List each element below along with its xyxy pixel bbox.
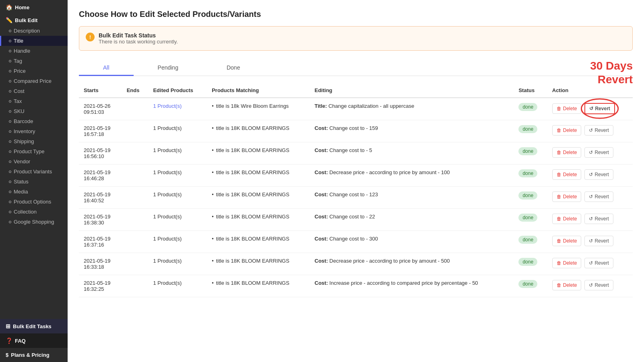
sidebar-item-barcode[interactable]: Barcode <box>0 116 68 126</box>
col-header-starts: Starts <box>79 83 122 98</box>
delete-button[interactable]: 🗑Delete <box>552 214 582 224</box>
cell-status: done <box>514 98 547 120</box>
cell-edited-products: 1 Product(s) <box>148 253 207 275</box>
sidebar-item-title[interactable]: Title <box>0 36 68 46</box>
editing-bold: Cost: <box>315 147 328 153</box>
sidebar-item-product-variants[interactable]: Product Variants <box>0 167 68 177</box>
sidebar-item-compared-price[interactable]: Compared Price <box>0 76 68 86</box>
sidebar-home[interactable]: 🏠 Home <box>0 0 68 13</box>
cell-action: 🗑Delete↺Revert <box>547 253 633 275</box>
table-row: 2021-05-19 16:32:251 Product(s)title is … <box>79 275 633 297</box>
editing-bold: Title: <box>315 103 327 109</box>
cell-editing: Cost: Increase price - according to comp… <box>310 275 514 297</box>
revert-button[interactable]: ↺Revert <box>584 103 615 114</box>
status-banner: ! Bulk Edit Task Status There is no task… <box>79 26 633 51</box>
dot-icon <box>9 211 11 213</box>
delete-button[interactable]: 🗑Delete <box>552 169 582 180</box>
sidebar-item-sku[interactable]: SKU <box>0 106 68 116</box>
dot-icon <box>9 100 11 103</box>
sidebar-item-shipping[interactable]: Shipping <box>0 136 68 146</box>
cell-products-matching: title is 18k Wire Bloom Earrings <box>207 98 310 120</box>
tab-all[interactable]: All <box>79 60 134 76</box>
delete-button[interactable]: 🗑Delete <box>552 280 582 290</box>
revert-button[interactable]: ↺Revert <box>584 280 613 290</box>
cell-products-matching: title is 18K BLOOM EARRINGS <box>207 275 310 297</box>
sidebar-item-price[interactable]: Price <box>0 66 68 76</box>
dot-icon <box>9 30 11 32</box>
matching-bullet: title is 18K BLOOM EARRINGS <box>212 147 305 153</box>
revert-button[interactable]: ↺Revert <box>584 236 613 246</box>
matching-bullet: title is 18K BLOOM EARRINGS <box>212 280 305 286</box>
sidebar-item-cost[interactable]: Cost <box>0 86 68 96</box>
col-header-ends: Ends <box>122 83 149 98</box>
cell-edited-products: 1 Product(s) <box>148 209 207 231</box>
dot-icon <box>9 150 11 153</box>
cell-status: done <box>514 142 547 165</box>
dot-icon <box>9 201 11 203</box>
cell-edited-products[interactable]: 1 Product(s) <box>148 98 207 120</box>
cell-action: 🗑Delete↺Revert <box>547 142 633 165</box>
sidebar-item-status[interactable]: Status <box>0 177 68 187</box>
products-link[interactable]: 1 Product(s) <box>153 103 182 109</box>
cell-products-matching: title is 18K BLOOM EARRINGS <box>207 253 310 275</box>
editing-bold: Cost: <box>315 191 328 197</box>
status-badge: done <box>518 214 537 222</box>
sidebar-item-product-type[interactable]: Product Type <box>0 146 68 156</box>
sidebar-item-inventory[interactable]: Inventory <box>0 126 68 136</box>
matching-bullet: title is 18K BLOOM EARRINGS <box>212 258 305 264</box>
delete-button[interactable]: 🗑Delete <box>552 236 582 246</box>
cell-editing: Cost: Change cost to - 22 <box>310 209 514 231</box>
dot-icon <box>9 110 11 113</box>
editing-rest: Change cost to - 5 <box>329 147 372 153</box>
table-header: StartsEndsEdited ProductsProducts Matchi… <box>79 83 633 98</box>
delete-button[interactable]: 🗑Delete <box>552 125 582 136</box>
cell-ends <box>122 231 149 253</box>
delete-button[interactable]: 🗑Delete <box>552 103 582 114</box>
revert-button[interactable]: ↺Revert <box>584 169 613 180</box>
sidebar-item-collection[interactable]: Collection <box>0 207 68 217</box>
sidebar-item-tax[interactable]: Tax <box>0 96 68 106</box>
sidebar-item-vendor[interactable]: Vendor <box>0 156 68 167</box>
sidebar-item-google-shopping[interactable]: Google Shopping <box>0 217 68 227</box>
tab-done[interactable]: Done <box>202 60 264 76</box>
sidebar-faq[interactable]: ❓ FAQ <box>0 333 68 348</box>
cell-editing: Cost: Change cost to - 5 <box>310 142 514 165</box>
status-banner-title: Bulk Edit Task Status <box>99 32 178 39</box>
dot-icon <box>9 221 11 223</box>
cell-products-matching: title is 18K BLOOM EARRINGS <box>207 165 310 187</box>
table-row: 2021-05-19 16:56:101 Product(s)title is … <box>79 142 633 165</box>
revert-button[interactable]: ↺Revert <box>584 125 613 136</box>
sidebar-bulk-edit[interactable]: ✏️ Bulk Edit <box>0 13 68 26</box>
sidebar-item-description[interactable]: Description <box>0 26 68 36</box>
tab-pending[interactable]: Pending <box>134 60 202 76</box>
cell-edited-products: 1 Product(s) <box>148 231 207 253</box>
cell-starts: 2021-05-19 16:56:10 <box>79 142 122 165</box>
revert-icon: ↺ <box>589 194 593 200</box>
revert-icon: ↺ <box>589 260 593 266</box>
revert-button[interactable]: ↺Revert <box>584 147 613 158</box>
cell-products-matching: title is 18K BLOOM EARRINGS <box>207 142 310 165</box>
col-header-edited-products: Edited Products <box>148 83 207 98</box>
dot-icon <box>9 40 11 42</box>
sidebar-item-handle[interactable]: Handle <box>0 46 68 56</box>
delete-button[interactable]: 🗑Delete <box>552 147 582 158</box>
trash-icon: 🗑 <box>557 282 561 288</box>
delete-button[interactable]: 🗑Delete <box>552 258 582 268</box>
delete-button[interactable]: 🗑Delete <box>552 191 582 202</box>
sidebar-item-tag[interactable]: Tag <box>0 56 68 66</box>
cell-products-matching: title is 18K BLOOM EARRINGS <box>207 231 310 253</box>
status-banner-subtitle: There is no task working currently. <box>99 39 178 45</box>
editing-rest: Change cost to - 22 <box>329 214 375 220</box>
revert-button[interactable]: ↺Revert <box>584 214 613 224</box>
sidebar-item-media[interactable]: Media <box>0 187 68 197</box>
col-header-status: Status <box>514 83 547 98</box>
revert-button[interactable]: ↺Revert <box>584 258 613 268</box>
sidebar-item-product-options[interactable]: Product Options <box>0 197 68 207</box>
cell-products-matching: title is 18K BLOOM EARRINGS <box>207 120 310 142</box>
dot-icon <box>9 140 11 143</box>
sidebar-bulk-edit-tasks[interactable]: ⊞ Bulk Edit Tasks <box>0 319 68 333</box>
sidebar-plans-pricing[interactable]: $ Plans & Pricing <box>0 348 68 362</box>
dot-icon <box>9 120 11 123</box>
revert-button[interactable]: ↺Revert <box>584 191 613 202</box>
cell-starts: 2021-05-19 16:40:52 <box>79 187 122 209</box>
